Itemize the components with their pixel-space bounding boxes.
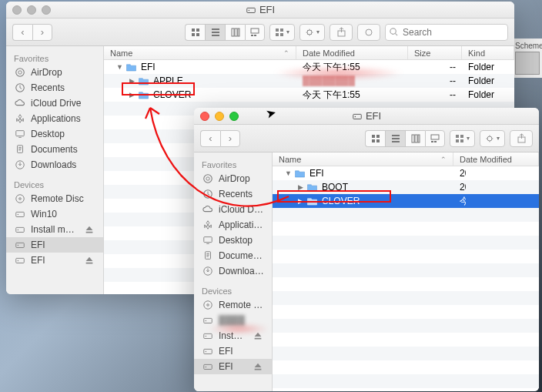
- arrange-button[interactable]: ▾: [450, 130, 475, 147]
- column-header[interactable]: Name⌃ Date Modified: [273, 152, 539, 166]
- sidebar-item-icloud-drive[interactable]: iCloud Drive: [194, 202, 272, 217]
- sidebar-item-applications[interactable]: Applications: [6, 111, 103, 126]
- table-row[interactable]: ▶ APPLE████████--Folder: [104, 74, 514, 88]
- devices-header: Devices: [6, 177, 103, 191]
- docs-icon: [14, 144, 26, 155]
- sidebar-item-airdrop[interactable]: AirDrop: [194, 171, 272, 186]
- col-name[interactable]: Name: [279, 155, 301, 164]
- view-list-button[interactable]: [205, 24, 225, 41]
- titlebar[interactable]: EFI: [194, 108, 539, 125]
- col-name[interactable]: Name: [110, 49, 132, 58]
- sidebar-item-remote-disc[interactable]: Remote Disc: [194, 297, 272, 313]
- svg-rect-13: [192, 33, 195, 36]
- window-title: EFI: [6, 4, 514, 15]
- tags-button[interactable]: [357, 24, 380, 41]
- disclosure-triangle-icon[interactable]: ▶: [297, 183, 304, 191]
- sidebar-item-recents[interactable]: Recents: [194, 186, 272, 202]
- table-row[interactable]: ▶ CLOVER今天 上午11:49: [273, 194, 539, 208]
- sidebar-item-label: AirDrop: [219, 173, 250, 184]
- view-column-button[interactable]: [405, 130, 425, 147]
- search-input[interactable]: [385, 24, 508, 41]
- search-field[interactable]: [385, 24, 508, 41]
- kind-cell: Folder: [462, 89, 514, 100]
- sidebar-item-efi[interactable]: EFI: [6, 237, 103, 253]
- sidebar-item-icloud-drive[interactable]: iCloud Drive: [6, 95, 103, 111]
- file-name[interactable]: CLOVER: [320, 196, 360, 206]
- view-gallery-button[interactable]: [425, 130, 445, 147]
- disclosure-triangle-icon[interactable]: ▶: [297, 197, 304, 205]
- svg-rect-35: [431, 135, 439, 139]
- eject-icon[interactable]: [83, 224, 95, 235]
- eject-icon[interactable]: [252, 330, 264, 341]
- sidebar-item-install-ma-[interactable]: Install ma…: [194, 328, 272, 343]
- sidebar-item-desktop[interactable]: Desktop: [194, 233, 272, 248]
- disclosure-triangle-icon[interactable]: ▶: [129, 77, 136, 85]
- sidebar-item-downloads[interactable]: Downloads: [194, 263, 272, 279]
- view-icon-button[interactable]: [185, 24, 205, 41]
- forward-button[interactable]: ›: [220, 130, 240, 147]
- sidebar-item-device[interactable]: ████: [194, 313, 272, 328]
- file-name[interactable]: BOOT: [320, 182, 348, 193]
- table-row-empty: [273, 347, 539, 360]
- file-name[interactable]: APPLE: [152, 75, 183, 86]
- disclosure-triangle-icon[interactable]: ▼: [285, 169, 292, 177]
- view-icon-button[interactable]: [365, 130, 385, 147]
- table-row[interactable]: ▶ CLOVER今天 下午1:55--Folder: [104, 88, 514, 102]
- sidebar-item-label: Desktop: [219, 235, 253, 246]
- sidebar-item-label: ████: [219, 315, 245, 326]
- view-mode-group: [365, 130, 445, 147]
- sidebar-item-efi[interactable]: EFI: [6, 253, 103, 268]
- col-date[interactable]: Date Modified: [303, 49, 355, 58]
- airdrop-icon: [14, 67, 26, 78]
- disclosure-triangle-icon[interactable]: ▶: [129, 91, 136, 99]
- column-header[interactable]: Name⌃ Date Modified Size Kind: [104, 46, 514, 60]
- sidebar-item-label: Applications: [31, 113, 81, 124]
- table-row[interactable]: ▼ EFI今天 下午1:55--Folder: [104, 60, 514, 74]
- sidebar-item-downloads[interactable]: Downloads: [6, 157, 103, 173]
- view-list-button[interactable]: [385, 130, 405, 147]
- back-button[interactable]: ‹: [12, 24, 32, 41]
- disclosure-triangle-icon[interactable]: ▼: [116, 63, 123, 71]
- svg-rect-12: [196, 28, 199, 32]
- view-gallery-button[interactable]: [245, 24, 265, 41]
- drive-icon: [14, 209, 26, 219]
- col-date[interactable]: Date Modified: [460, 155, 512, 164]
- table-row[interactable]: ▶ BOOT2018年7月10日 下: [273, 180, 539, 194]
- sidebar-item-efi[interactable]: EFI: [194, 359, 272, 374]
- back-button[interactable]: ‹: [200, 130, 220, 147]
- col-size[interactable]: Size: [414, 49, 430, 58]
- sidebar-item-documents[interactable]: Documents: [194, 248, 272, 263]
- eject-icon[interactable]: [252, 361, 264, 372]
- file-name[interactable]: CLOVER: [152, 89, 191, 100]
- drive-icon: [202, 361, 214, 372]
- action-button[interactable]: ▾: [480, 130, 505, 147]
- action-button[interactable]: ▾: [299, 24, 325, 41]
- svg-rect-36: [431, 141, 433, 142]
- share-button[interactable]: [510, 130, 533, 147]
- file-name[interactable]: EFI: [308, 168, 324, 179]
- view-column-button[interactable]: [225, 24, 245, 41]
- sidebar-item-remote-disc[interactable]: Remote Disc: [6, 191, 103, 206]
- sidebar-item-label: AirDrop: [31, 67, 62, 78]
- sidebar-item-recents[interactable]: Recents: [6, 80, 103, 95]
- titlebar[interactable]: EFI: [6, 2, 514, 18]
- sidebar-item-label: iCloud Drive: [31, 98, 81, 109]
- sidebar-item-airdrop[interactable]: AirDrop: [6, 65, 103, 80]
- eject-icon[interactable]: [83, 255, 95, 266]
- arrange-button[interactable]: ▾: [269, 24, 295, 41]
- svg-rect-17: [238, 28, 239, 36]
- svg-rect-40: [456, 139, 459, 142]
- col-kind[interactable]: Kind: [468, 49, 485, 58]
- cloud-icon: [14, 98, 26, 109]
- view-mode-group: [185, 24, 265, 41]
- sidebar-item-win10[interactable]: Win10: [6, 206, 103, 222]
- share-button[interactable]: [330, 24, 353, 41]
- sidebar-item-install-ma-[interactable]: Install ma…: [6, 222, 103, 237]
- sidebar-item-efi[interactable]: EFI: [194, 343, 272, 359]
- file-name[interactable]: EFI: [139, 62, 156, 72]
- forward-button[interactable]: ›: [32, 24, 52, 41]
- sidebar-item-desktop[interactable]: Desktop: [6, 126, 103, 142]
- table-row[interactable]: ▼ EFI2018年6月5日 下: [273, 166, 539, 180]
- sidebar-item-applications[interactable]: Applications: [194, 217, 272, 233]
- sidebar-item-documents[interactable]: Documents: [6, 142, 103, 157]
